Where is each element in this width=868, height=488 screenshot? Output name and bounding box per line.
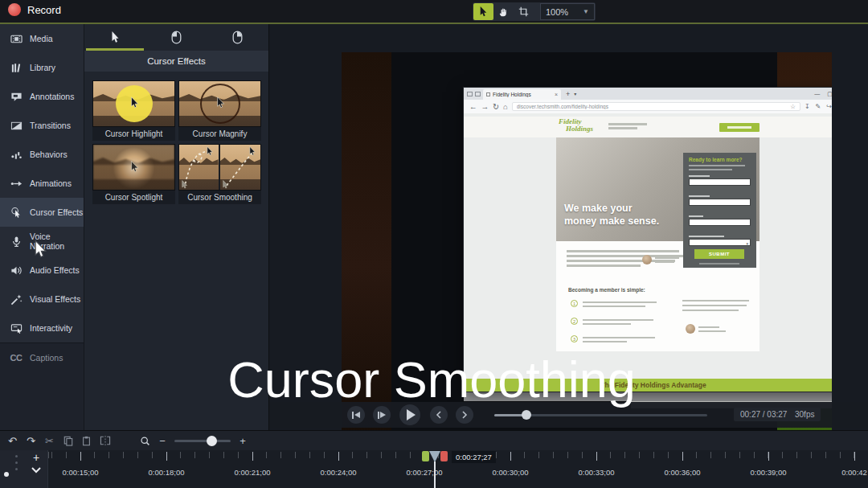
- effects-tab-bar: [84, 24, 268, 51]
- effect-cursor-magnify[interactable]: Cursor Magnify: [178, 80, 261, 141]
- mouse-left-click-icon: [171, 31, 182, 44]
- zoom-out-button[interactable]: −: [157, 435, 168, 447]
- chevron-down-icon: ▼: [583, 8, 589, 15]
- redo-button[interactable]: ↷: [22, 435, 40, 447]
- sidebar-item-visual-effects[interactable]: Visual Effects: [0, 285, 84, 314]
- member-login-button: [719, 123, 760, 132]
- tab-right-click-effects[interactable]: [207, 24, 268, 51]
- chevron-right-icon: [461, 411, 468, 419]
- paragraph-bar: [682, 300, 749, 301]
- previous-frame-button[interactable]: [347, 406, 365, 424]
- form-text-bar: [689, 165, 745, 166]
- ruler-label: 0:00:42: [841, 468, 867, 477]
- name-bar: [655, 257, 679, 259]
- cursor-effects-icon: [10, 206, 23, 219]
- sidebar-item-cursor-effects[interactable]: Cursor Effects: [0, 198, 84, 227]
- collapse-tracks-chevron-icon[interactable]: [31, 466, 42, 474]
- sidebar-item-interactivity[interactable]: Interactivity: [0, 314, 84, 342]
- effect-cursor-highlight[interactable]: Cursor Highlight: [92, 80, 175, 141]
- field-label-bar: [689, 236, 724, 237]
- copy-button[interactable]: [59, 436, 77, 446]
- canvas-toolbar: 100% ▼: [473, 2, 596, 21]
- playback-fps: 30fps: [788, 408, 821, 421]
- crop-icon: [518, 6, 529, 17]
- undo-button[interactable]: ↶: [3, 435, 22, 447]
- cut-button[interactable]: ✂: [40, 435, 59, 447]
- sidebar-item-label: Behaviors: [30, 150, 68, 159]
- step-text-bar: [583, 301, 657, 303]
- logo-line2: Holdings: [559, 125, 593, 133]
- sidebar-item-library[interactable]: Library: [0, 53, 84, 82]
- previous-clip-button[interactable]: [430, 406, 448, 424]
- zoom-in-button[interactable]: +: [237, 435, 248, 447]
- sidebar-item-behaviors[interactable]: Behaviors: [0, 140, 84, 169]
- scrub-slider-handle[interactable]: [522, 410, 531, 420]
- hero-headline: We make your money make sense.: [564, 202, 659, 228]
- hero-line2: money make sense.: [564, 215, 659, 228]
- pointer-tool-button[interactable]: [473, 3, 493, 20]
- frame-bar-icon: [378, 412, 379, 419]
- browser-tab: Fidelity Holdings ×: [483, 89, 561, 100]
- button-text-bar: [727, 126, 751, 129]
- effect-cursor-smoothing[interactable]: Cursor Smoothing: [178, 144, 261, 204]
- step-number: 2: [571, 318, 578, 325]
- playhead-out-handle[interactable]: [440, 451, 448, 461]
- paste-button[interactable]: [77, 436, 96, 446]
- sidebar-item-transitions[interactable]: Transitions: [0, 111, 84, 140]
- ruler-label: 0:00:21;00: [235, 468, 271, 477]
- timeline-zoom-handle[interactable]: [207, 436, 217, 446]
- step-back-icon: [354, 412, 360, 418]
- pan-tool-button[interactable]: [493, 3, 514, 20]
- crop-tool-button[interactable]: [514, 3, 534, 20]
- effect-cursor-spotlight[interactable]: Cursor Spotlight: [92, 144, 175, 204]
- next-clip-button[interactable]: [456, 406, 473, 424]
- window-icon: [467, 92, 473, 96]
- monitor-cursor-icon: [10, 322, 23, 334]
- sidebar-item-animations[interactable]: Animations: [0, 169, 84, 198]
- paragraph-bar: [567, 250, 679, 252]
- effect-label: Cursor Spotlight: [92, 191, 175, 204]
- behaviors-icon: [10, 148, 23, 161]
- sidebar-item-label: Interactivity: [30, 323, 72, 333]
- playback-time: 00:27 / 03:27: [734, 408, 793, 421]
- captions-cc-icon: CC: [10, 351, 23, 364]
- playhead-scrubber[interactable]: [429, 451, 440, 462]
- last-name-input: [689, 199, 751, 206]
- cursor-highlight-thumbnail: [92, 80, 175, 127]
- sidebar-item-media[interactable]: Media: [0, 24, 84, 53]
- interest-select: ▾: [689, 239, 751, 246]
- split-button[interactable]: [96, 436, 114, 445]
- sidebar-item-label: Cursor Effects: [30, 207, 83, 217]
- minimize-icon: —: [814, 91, 820, 97]
- sidebar-item-label: Annotations: [30, 92, 74, 101]
- field-label-bar: [689, 215, 703, 217]
- cursor-arrow-icon: [207, 146, 214, 157]
- avatar: [642, 255, 652, 265]
- record-icon: [8, 3, 21, 16]
- sidebar-item-annotations[interactable]: Annotations: [0, 82, 84, 111]
- caption-overlay-text: Cursor Smoothing: [227, 355, 636, 405]
- sidebar-item-captions[interactable]: CC Captions: [0, 343, 84, 372]
- field-label-bar: [689, 195, 710, 197]
- name-bar: [655, 261, 674, 263]
- cursor-magnify-thumbnail: [178, 80, 261, 127]
- site-logo: Fidelity Holdings: [559, 118, 593, 133]
- add-track-button[interactable]: +: [29, 451, 43, 464]
- hand-icon: [498, 6, 510, 18]
- zoom-level-dropdown[interactable]: 100% ▼: [540, 3, 595, 20]
- ruler-label: 0:00:36;00: [665, 468, 701, 477]
- timeline[interactable]: + 0:00:15;00 0:00:18;00 0:00:21;00 0:00:…: [0, 450, 868, 488]
- sidebar-item-audio-effects[interactable]: Audio Effects: [0, 256, 84, 285]
- playhead[interactable]: 0:00:27;27: [422, 450, 449, 488]
- filmstrip-icon: [10, 32, 23, 45]
- record-button[interactable]: Record: [8, 3, 61, 16]
- ruler-label: 0:00:33;00: [579, 468, 615, 477]
- tab-cursor-effects[interactable]: [84, 24, 145, 51]
- cursor-arrow-ghost-icon: [223, 180, 229, 190]
- track-options-dot: [15, 468, 18, 470]
- next-frame-button[interactable]: [373, 406, 391, 424]
- sidebar-item-label: Media: [30, 34, 53, 43]
- timeline-zoom-slider[interactable]: [174, 440, 231, 442]
- tab-left-click-effects[interactable]: [145, 24, 207, 51]
- playhead-in-handle[interactable]: [422, 451, 429, 461]
